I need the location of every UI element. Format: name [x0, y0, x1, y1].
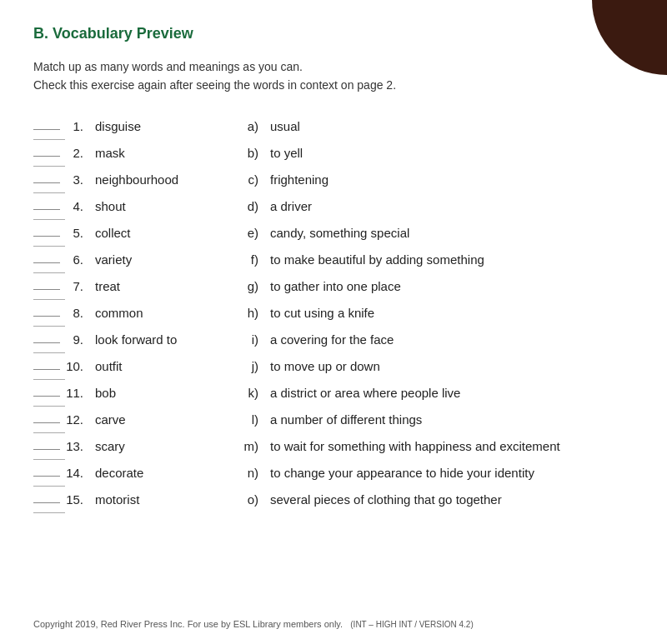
table-row: 13.scarym)to wait for something with hap…: [33, 433, 634, 460]
vocab-word: treat: [90, 273, 223, 300]
table-row: 1.disguisea)usual: [33, 113, 634, 140]
meaning-letter: n): [240, 460, 265, 487]
word-number: 12.: [65, 407, 90, 433]
table-row: 15.motoristo)several pieces of clothing …: [33, 487, 634, 513]
meaning-text: a district or area where people live: [265, 380, 634, 407]
instruction-line1: Match up as many words and meanings as y…: [33, 57, 634, 76]
table-row: 9.look forward toi)a covering for the fa…: [33, 327, 634, 353]
table-row: 5.collecte)candy, something special: [33, 220, 634, 247]
answer-blank[interactable]: [33, 262, 60, 263]
meaning-text: several pieces of clothing that go toget…: [265, 487, 634, 513]
word-number: 2.: [65, 140, 90, 167]
answer-blank[interactable]: [33, 182, 60, 183]
table-row: 8.commonh)to cut using a knife: [33, 300, 634, 327]
table-row: 7.treatg)to gather into one place: [33, 273, 634, 300]
vocab-word: bob: [90, 380, 223, 407]
answer-blank[interactable]: [33, 502, 60, 503]
meaning-text: frightening: [265, 167, 634, 193]
meaning-text: to move up or down: [265, 353, 634, 380]
vocab-word: shout: [90, 193, 223, 220]
word-number: 1.: [65, 113, 90, 140]
vocab-word: neighbourhood: [90, 167, 223, 193]
vocab-word: disguise: [90, 113, 223, 140]
meaning-text: a driver: [265, 193, 634, 220]
meaning-text: a covering for the face: [265, 327, 634, 353]
word-number: 11.: [65, 380, 90, 407]
vocab-word: look forward to: [90, 327, 223, 353]
vocab-word: collect: [90, 220, 223, 247]
meaning-letter: c): [240, 167, 265, 193]
word-number: 9.: [65, 327, 90, 353]
word-number: 5.: [65, 220, 90, 247]
meaning-text: to make beautiful by adding something: [265, 247, 634, 273]
meaning-text: candy, something special: [265, 220, 634, 247]
table-row: 3.neighbourhoodc)frightening: [33, 167, 634, 193]
word-number: 10.: [65, 353, 90, 380]
table-row: 12.carvel)a number of different things: [33, 407, 634, 433]
answer-blank[interactable]: [33, 369, 60, 370]
meaning-letter: a): [240, 113, 265, 140]
meaning-letter: b): [240, 140, 265, 167]
vocab-word: variety: [90, 247, 223, 273]
answer-blank[interactable]: [33, 476, 60, 477]
vocab-word: decorate: [90, 460, 223, 487]
instructions: Match up as many words and meanings as y…: [33, 57, 634, 95]
section-title: B. Vocabulary Preview: [33, 25, 634, 42]
meaning-letter: e): [240, 220, 265, 247]
table-row: 4.shoutd)a driver: [33, 193, 634, 220]
word-number: 13.: [65, 433, 90, 460]
vocab-word: carve: [90, 407, 223, 433]
answer-blank[interactable]: [33, 289, 60, 290]
meaning-text: a number of different things: [265, 407, 634, 433]
meaning-letter: l): [240, 407, 265, 433]
answer-blank[interactable]: [33, 342, 60, 343]
meaning-letter: k): [240, 380, 265, 407]
word-number: 7.: [65, 273, 90, 300]
answer-blank[interactable]: [33, 156, 60, 157]
table-row: 11.bobk)a district or area where people …: [33, 380, 634, 407]
answer-blank[interactable]: [33, 422, 60, 423]
word-number: 8.: [65, 300, 90, 327]
meaning-text: to cut using a knife: [265, 300, 634, 327]
meaning-letter: g): [240, 273, 265, 300]
copyright-caps: (INT – HIGH INT / VERSION 4.2): [350, 620, 473, 629]
copyright: Copyright 2019, Red River Press Inc. For…: [33, 619, 474, 629]
answer-blank[interactable]: [33, 449, 60, 450]
meaning-text: to wait for something with happiness and…: [265, 433, 634, 460]
word-number: 15.: [65, 487, 90, 513]
answer-blank[interactable]: [33, 209, 60, 210]
meaning-letter: h): [240, 300, 265, 327]
vocab-word: mask: [90, 140, 223, 167]
meaning-text: to gather into one place: [265, 273, 634, 300]
table-row: 6.varietyf)to make beautiful by adding s…: [33, 247, 634, 273]
table-row: 14.decoraten)to change your appearance t…: [33, 460, 634, 487]
instruction-line2: Check this exercise again after seeing t…: [33, 76, 634, 94]
answer-blank[interactable]: [33, 236, 60, 237]
answer-blank[interactable]: [33, 396, 60, 397]
table-row: 2.maskb)to yell: [33, 140, 634, 167]
table-row: 10.outfitj)to move up or down: [33, 353, 634, 380]
word-number: 4.: [65, 193, 90, 220]
meaning-text: to change your appearance to hide your i…: [265, 460, 634, 487]
word-number: 14.: [65, 460, 90, 487]
meaning-text: to yell: [265, 140, 634, 167]
word-number: 6.: [65, 247, 90, 273]
meaning-letter: m): [240, 433, 265, 460]
meaning-letter: f): [240, 247, 265, 273]
vocab-word: motorist: [90, 487, 223, 513]
vocab-word: scary: [90, 433, 223, 460]
answer-blank[interactable]: [33, 129, 60, 130]
word-number: 3.: [65, 167, 90, 193]
meaning-letter: o): [240, 487, 265, 513]
vocab-word: common: [90, 300, 223, 327]
copyright-text: Copyright 2019, Red River Press Inc. For…: [33, 619, 343, 629]
vocab-word: outfit: [90, 353, 223, 380]
meaning-letter: d): [240, 193, 265, 220]
answer-blank[interactable]: [33, 316, 60, 317]
meaning-letter: j): [240, 353, 265, 380]
meaning-text: usual: [265, 113, 634, 140]
meaning-letter: i): [240, 327, 265, 353]
vocab-table: 1.disguisea)usual2.maskb)to yell3.neighb…: [33, 113, 634, 514]
